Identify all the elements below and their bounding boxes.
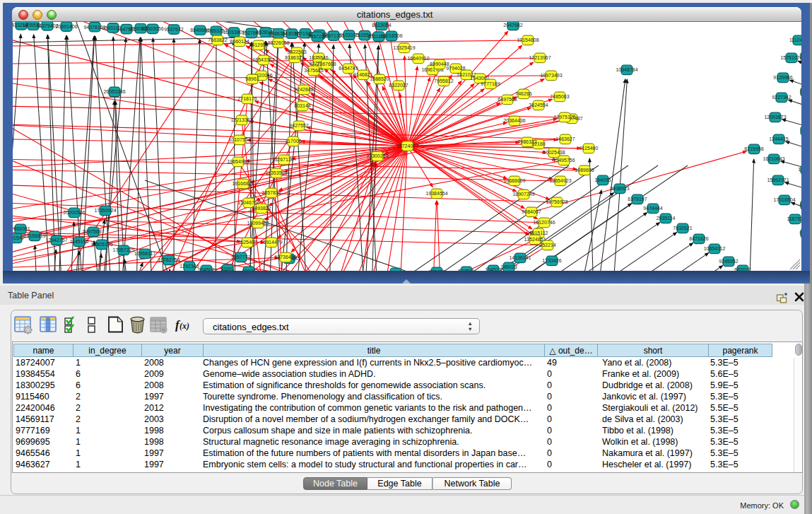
svg-text:20691406: 20691406 <box>55 24 77 29</box>
svg-text:14136141: 14136141 <box>509 255 531 260</box>
svg-text:83503056: 83503056 <box>141 26 163 31</box>
svg-text:92450: 92450 <box>799 230 801 235</box>
svg-text:1588520: 1588520 <box>370 76 389 81</box>
svg-text:12213363: 12213363 <box>230 117 252 122</box>
svg-text:8813054: 8813054 <box>372 23 391 28</box>
svg-text:7625402: 7625402 <box>237 240 257 245</box>
svg-text:145023: 145023 <box>500 264 517 269</box>
svg-text:3475685: 3475685 <box>304 68 323 73</box>
svg-text:904502: 904502 <box>198 267 214 271</box>
svg-text:116753: 116753 <box>787 216 801 221</box>
svg-text:9227342: 9227342 <box>772 95 791 100</box>
svg-text:120105: 120105 <box>798 167 801 172</box>
svg-text:662012: 662012 <box>734 267 751 271</box>
svg-text:9777169: 9777169 <box>481 81 500 86</box>
svg-text:90211: 90211 <box>800 202 801 207</box>
svg-text:10025438: 10025438 <box>543 150 565 155</box>
svg-text:18907249: 18907249 <box>512 192 534 197</box>
svg-text:9474444: 9474444 <box>643 206 662 211</box>
svg-text:10154808: 10154808 <box>517 37 539 42</box>
svg-text:1733426: 1733426 <box>542 258 561 263</box>
svg-text:14410: 14410 <box>799 89 801 94</box>
svg-text:20200526: 20200526 <box>63 210 85 215</box>
svg-text:15751074: 15751074 <box>780 55 801 60</box>
svg-text:10756928: 10756928 <box>546 199 567 204</box>
svg-text:26053346: 26053346 <box>103 89 125 94</box>
svg-text:8660124: 8660124 <box>230 39 249 44</box>
svg-text:20364436: 20364436 <box>503 118 525 123</box>
svg-text:391547: 391547 <box>13 235 25 240</box>
svg-text:12505135: 12505135 <box>90 242 112 247</box>
svg-text:17359924: 17359924 <box>94 208 116 213</box>
svg-text:15692971: 15692971 <box>767 177 789 182</box>
svg-text:6379197: 6379197 <box>628 197 647 201</box>
svg-text:3267130: 3267130 <box>274 157 293 162</box>
svg-text:(x): (x) <box>180 321 189 331</box>
svg-text:1112480: 1112480 <box>789 37 801 42</box>
svg-text:10688609: 10688609 <box>503 178 525 183</box>
svg-text:803144: 803144 <box>294 103 310 108</box>
svg-text:16543362: 16543362 <box>252 57 274 62</box>
svg-text:18724007: 18724007 <box>396 144 418 148</box>
svg-text:19384554: 19384554 <box>425 191 447 196</box>
svg-text:12213967: 12213967 <box>529 55 551 60</box>
svg-text:9242848: 9242848 <box>294 87 313 92</box>
svg-text:23300215: 23300215 <box>366 153 388 158</box>
svg-text:11353594: 11353594 <box>266 170 288 175</box>
svg-text:7857224: 7857224 <box>307 34 326 39</box>
svg-text:40332: 40332 <box>242 269 256 271</box>
svg-text:9084067: 9084067 <box>522 209 541 214</box>
svg-text:10654112: 10654112 <box>704 246 726 251</box>
svg-text:8938923: 8938923 <box>610 186 629 191</box>
svg-text:9857771: 9857771 <box>231 255 250 259</box>
svg-text:7955812: 7955812 <box>434 78 453 83</box>
svg-text:9245052: 9245052 <box>719 259 738 264</box>
svg-text:1463627: 1463627 <box>555 136 575 141</box>
svg-text:10975687: 10975687 <box>82 229 104 234</box>
svg-text:3624554: 3624554 <box>529 103 548 107</box>
svg-text:13654923: 13654923 <box>549 178 571 183</box>
svg-text:17957225: 17957225 <box>112 247 134 252</box>
svg-text:16210643: 16210643 <box>763 156 784 161</box>
svg-text:16120746: 16120746 <box>533 220 555 225</box>
svg-text:1244415: 1244415 <box>769 136 788 141</box>
svg-text:12156819: 12156819 <box>23 233 45 238</box>
svg-text:2047682: 2047682 <box>503 23 522 28</box>
svg-text:3857832: 3857832 <box>261 190 281 195</box>
svg-text:9427552: 9427552 <box>289 123 308 128</box>
svg-text:7485063: 7485063 <box>550 94 569 99</box>
svg-text:1145195: 1145195 <box>70 239 89 244</box>
svg-text:17016504: 17016504 <box>773 197 795 202</box>
svg-text:8471626: 8471626 <box>689 236 708 241</box>
svg-text:13736485: 13736485 <box>274 255 296 259</box>
svg-text:16914479: 16914479 <box>260 240 282 245</box>
svg-text:117006: 117006 <box>286 139 302 144</box>
svg-text:8454749: 8454749 <box>339 66 358 71</box>
svg-text:12975125: 12975125 <box>553 115 575 119</box>
svg-text:8112: 8112 <box>801 128 801 133</box>
svg-text:252214: 252214 <box>539 243 555 247</box>
svg-text:14099483: 14099483 <box>247 221 269 226</box>
svg-text:12942757: 12942757 <box>45 238 67 243</box>
svg-text:12093873: 12093873 <box>764 115 786 119</box>
svg-text:10958117: 10958117 <box>134 251 156 256</box>
svg-text:2718176: 2718176 <box>237 96 257 101</box>
svg-text:9115460: 9115460 <box>579 146 599 151</box>
svg-text:10648784: 10648784 <box>616 67 637 72</box>
svg-text:15495756: 15495756 <box>553 158 575 163</box>
svg-text:19166825: 19166825 <box>232 181 254 186</box>
svg-text:8912954: 8912954 <box>249 42 268 47</box>
svg-text:8186323: 8186323 <box>285 55 304 60</box>
svg-text:98961: 98961 <box>245 76 259 81</box>
svg-text:10107554: 10107554 <box>228 137 250 142</box>
svg-text:1292346: 1292346 <box>180 264 199 269</box>
svg-text:7986322: 7986322 <box>517 139 536 144</box>
svg-text:7663822: 7663822 <box>208 37 227 42</box>
svg-text:2935114: 2935114 <box>657 216 676 221</box>
svg-text:164095: 164095 <box>594 177 611 182</box>
svg-text:992450: 992450 <box>428 269 445 271</box>
svg-text:8215958: 8215958 <box>744 146 763 151</box>
svg-text:73120: 73120 <box>389 270 403 271</box>
svg-text:19218506: 19218506 <box>380 33 402 38</box>
svg-text:9537672: 9537672 <box>164 27 183 32</box>
